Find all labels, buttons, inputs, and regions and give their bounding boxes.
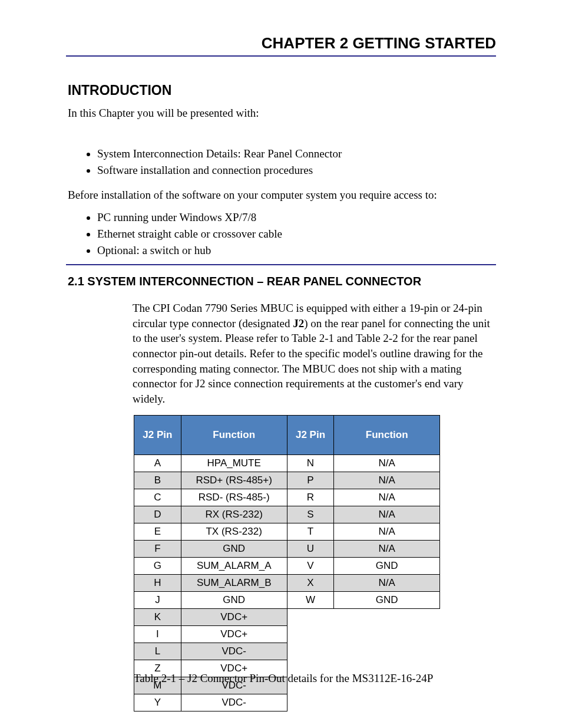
bullet-list-a: System Interconnection Details: Rear Pan… (68, 147, 498, 180)
table-row: IVDC+ (134, 626, 440, 643)
table-cell: Y (134, 694, 181, 711)
table-cell (334, 643, 440, 660)
table-row: ETX (RS-232)TN/A (134, 523, 440, 541)
th-j2pin-b: J2 Pin (287, 416, 334, 455)
table-row: JGNDWGND (134, 592, 440, 609)
table-2-1: J2 Pin Function J2 Pin Function AHPA_MUT… (134, 415, 440, 711)
bullet-list-b: PC running under Windows XP/7/8 Ethernet… (68, 211, 498, 261)
intro-paragraph-2: Before installation of the software on y… (68, 189, 498, 202)
table-cell: U (287, 541, 334, 558)
table-cell (287, 609, 334, 626)
para-conn: The CPI Codan 7790 Series MBUC is equipp… (133, 301, 498, 406)
table-cell: B (134, 472, 181, 489)
table-cell: H (134, 575, 181, 592)
table-row: BRSD+ (RS-485+)PN/A (134, 472, 440, 489)
table-row: AHPA_MUTENN/A (134, 455, 440, 472)
table-row: YVDC- (134, 694, 440, 711)
table-cell: R (287, 489, 334, 506)
table-cell: A (134, 455, 181, 472)
table-cell: RSD+ (RS-485+) (181, 472, 287, 489)
table-cell: HPA_MUTE (181, 455, 287, 472)
table-cell: D (134, 506, 181, 523)
table-row: CRSD- (RS-485-)RN/A (134, 489, 440, 506)
th-j2pin-a: J2 Pin (134, 416, 181, 455)
table-cell: GND (334, 558, 440, 575)
para-conn-j2: J2 (293, 317, 304, 330)
table-row: LVDC- (134, 643, 440, 660)
bullet-item: Software installation and connection pro… (97, 164, 498, 177)
table-cell (287, 694, 334, 711)
table-row: HSUM_ALARM_BXN/A (134, 575, 440, 592)
table-cell: T (287, 523, 334, 541)
table-cell: G (134, 558, 181, 575)
th-func-b: Function (334, 416, 440, 455)
table-cell: N/A (334, 506, 440, 523)
table-cell: E (134, 523, 181, 541)
chapter-title: CHAPTER 2 GETTING STARTED (66, 34, 496, 52)
bullet-item: PC running under Windows XP/7/8 (97, 211, 498, 224)
table-cell: I (134, 626, 181, 643)
table-cell: N/A (334, 455, 440, 472)
intro-paragraph-1: In this Chapter you will be presented wi… (68, 106, 498, 121)
heading-2-1: 2.1 SYSTEM INTERCONNECTION – REAR PANEL … (68, 275, 421, 288)
table-row: DRX (RS-232)SN/A (134, 506, 440, 523)
para-conn-part-c: ) on the rear panel for connecting the u… (133, 317, 490, 405)
table-cell: N/A (334, 523, 440, 541)
table-cell: GND (181, 541, 287, 558)
table-cell: X (287, 575, 334, 592)
table-row: KVDC+ (134, 609, 440, 626)
table-cell: GND (334, 592, 440, 609)
table-cell: VDC+ (181, 609, 287, 626)
heading-introduction: INTRODUCTION (68, 83, 171, 98)
table-cell: SUM_ALARM_A (181, 558, 287, 575)
table-cell: VDC+ (181, 626, 287, 643)
table-row: FGNDUN/A (134, 541, 440, 558)
table-cell: V (287, 558, 334, 575)
table-cell: N/A (334, 489, 440, 506)
table-cell: VDC- (181, 694, 287, 711)
table-cell (334, 626, 440, 643)
table-cell: J (134, 592, 181, 609)
mid-rule (66, 264, 496, 265)
top-rule (66, 55, 496, 57)
table-cell: VDC- (181, 643, 287, 660)
table-cell: F (134, 541, 181, 558)
table-cell: P (287, 472, 334, 489)
th-func-a: Function (181, 416, 287, 455)
table-cell: N/A (334, 472, 440, 489)
table-cell: S (287, 506, 334, 523)
table-cell: N/A (334, 575, 440, 592)
table-cell (334, 694, 440, 711)
table-cell: SUM_ALARM_B (181, 575, 287, 592)
table-cell: RSD- (RS-485-) (181, 489, 287, 506)
table-cell: N (287, 455, 334, 472)
table-cell: C (134, 489, 181, 506)
bullet-item: Ethernet straight cable or crossover cab… (97, 228, 498, 241)
table-cell: W (287, 592, 334, 609)
table-cell: TX (RS-232) (181, 523, 287, 541)
bullet-item: Optional: a switch or hub (97, 244, 498, 257)
table-cell (334, 609, 440, 626)
bullet-item: System Interconnection Details: Rear Pan… (97, 147, 498, 160)
table-cell (287, 626, 334, 643)
table-cell: GND (181, 592, 287, 609)
table-row: GSUM_ALARM_AVGND (134, 558, 440, 575)
table-cell: L (134, 643, 181, 660)
table-cell: K (134, 609, 181, 626)
table-2-1-caption: Table 2-1 – J2 Connector Pin-Out details… (134, 672, 433, 685)
table-cell: RX (RS-232) (181, 506, 287, 523)
table-cell: N/A (334, 541, 440, 558)
table-cell (287, 643, 334, 660)
